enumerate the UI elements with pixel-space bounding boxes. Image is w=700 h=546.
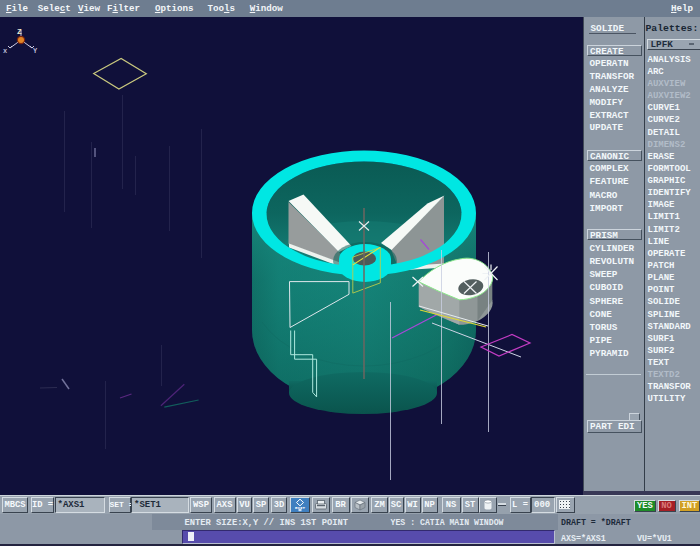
- svg-text:EXIT: EXIT: [294, 506, 305, 510]
- svg-text:Z: Z: [17, 27, 22, 36]
